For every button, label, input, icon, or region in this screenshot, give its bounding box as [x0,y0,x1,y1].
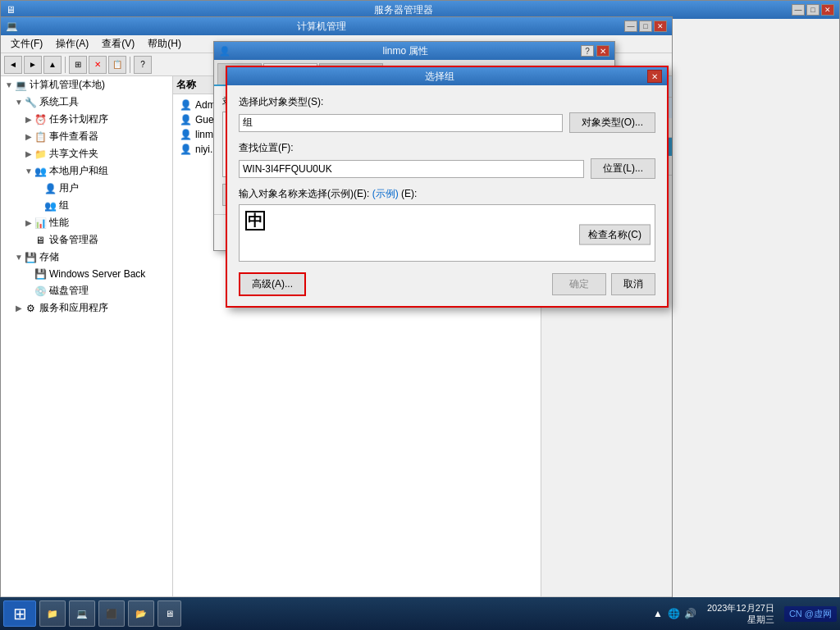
server-manager-controls: — □ ✕ [792,4,834,16]
tree-expand-shared: ▶ [24,149,34,158]
comp-mgmt-titlebar: 💻 计算机管理 — □ ✕ [1,17,672,35]
tree-users[interactable]: 👤 用户 [1,180,172,197]
cn-watermark: CN @虚网 [784,606,837,622]
tree-local-users[interactable]: ▼ 👥 本地用户和组 [1,162,172,180]
close-button[interactable]: ✕ [821,4,834,16]
comp-mgmt-close[interactable]: ✕ [654,21,667,32]
tree-task-label: 任务计划程序 [49,112,108,126]
taskbar-app-5[interactable]: 🖥 [158,600,181,627]
tree-task-scheduler[interactable]: ▶ ⏰ 任务计划程序 [1,111,172,128]
linmo-dialog-title: linmo 属性 [231,44,581,58]
toolbar-back[interactable]: ◄ [4,56,22,74]
taskbar-app-3[interactable]: ⬛ [98,600,125,627]
toolbar-action1[interactable]: ⊞ [69,56,87,74]
linmo-close-button[interactable]: ✕ [596,45,609,57]
toolbar-separator-2 [130,57,130,73]
menu-view[interactable]: 查看(V) [95,35,141,52]
type-label: 选择此对象类型(S): [239,95,655,109]
tree-device-mgr[interactable]: 🖥 设备管理器 [1,231,172,249]
select-group-footer: 高级(A)... 确定 取消 [239,272,655,296]
tree-expand-storage: ▼ [14,253,24,262]
menu-help[interactable]: 帮助(H) [141,35,188,52]
select-group-titlebar: 选择组 ✕ [227,67,667,85]
sg-ok-button[interactable]: 确定 [552,273,606,295]
type-input[interactable] [239,114,563,132]
start-button[interactable]: ⊞ [3,600,36,627]
toolbar-properties[interactable]: 📋 [108,56,126,74]
tree-disk-mgmt[interactable]: 💿 磁盘管理 [1,282,172,299]
taskbar-clock[interactable]: 2023年12月27日 星期三 [707,602,774,626]
tree-storage[interactable]: ▼ 💾 存储 [1,249,172,266]
tree-shared-folders[interactable]: ▶ 📁 共享文件夹 [1,145,172,162]
tree-shared-label: 共享文件夹 [49,147,98,161]
sg-cancel-button[interactable]: 取消 [611,273,655,295]
comp-mgmt-icon: 💻 [6,21,18,32]
tree-groups-label: 组 [59,199,69,212]
menu-action[interactable]: 操作(A) [49,35,95,52]
taskbar-app-icon-1: 📁 [47,609,58,619]
tray-volume[interactable]: 🔊 [684,607,697,620]
taskbar-app-icon-2: 💻 [76,609,88,619]
advanced-button[interactable]: 高级(A)... [239,272,306,296]
linmo-dialog-titlebar: 👤 linmo 属性 ? ✕ [214,42,614,60]
taskbar: ⊞ 📁 💻 ⬛ 📂 🖥 ▲ 🌐 🔊 2023年12月27日 星期三 CN @虚网 [0,597,840,630]
comp-mgmt-title: 计算机管理 [18,20,624,34]
menu-file[interactable]: 文件(F) [4,35,49,52]
taskbar-app-4[interactable]: 📂 [128,600,154,627]
server-manager-title: 服务器管理器 [16,3,792,17]
tree-expand-task: ▶ [24,115,34,124]
comp-mgmt-minimize[interactable]: — [624,21,637,32]
clock-date: 2023年12月27日 [707,602,774,614]
name-input-label: 输入对象名称来选择(示例)(E): (示例) (E): [239,187,655,201]
textarea-wrapper: 中 检查名称(C) [239,204,655,264]
toolbar-delete[interactable]: ✕ [89,56,107,74]
linmo-dialog-icon: 👤 [219,46,231,57]
tree-system-tools[interactable]: ▼ 🔧 系统工具 [1,94,172,111]
type-row: 对象类型(O)... [239,112,655,133]
disk-icon: 💿 [34,285,47,298]
check-names-button[interactable]: 检查名称(C) [579,224,651,244]
linmo-dialog-controls: ? ✕ [581,45,609,57]
tree-groups[interactable]: 👥 组 [1,197,172,214]
taskbar-right: ▲ 🌐 🔊 2023年12月27日 星期三 CN @虚网 [651,602,837,626]
taskbar-tray: ▲ 🌐 🔊 [651,607,697,620]
tree-services[interactable]: ▶ ⚙ 服务和应用程序 [1,299,172,317]
tree-wsb-label: Windows Server Back [49,268,145,280]
tree-root-label: 计算机管理(本地) [30,78,105,92]
tree-expand-event: ▶ [24,132,34,141]
location-button[interactable]: 位置(L)... [591,158,655,179]
maximize-button[interactable]: □ [806,4,819,16]
tray-arrow[interactable]: ▲ [651,607,664,620]
toolbar-forward[interactable]: ► [24,56,42,74]
example-link[interactable]: (示例) [372,188,399,199]
tree-event-viewer[interactable]: ▶ 📋 事件查看器 [1,128,172,145]
device-icon: 🖥 [34,234,47,247]
taskbar-app-icon-3: ⬛ [106,609,117,619]
wsb-icon: 💾 [34,267,47,281]
minimize-button[interactable]: — [792,4,805,16]
tray-network[interactable]: 🌐 [668,607,681,620]
object-type-button[interactable]: 对象类型(O)... [569,112,655,133]
server-manager-icon: 🖥 [6,4,16,16]
tree-winserver-back[interactable]: 💾 Windows Server Back [1,266,172,282]
tree-performance[interactable]: ▶ 📊 性能 [1,214,172,231]
tree-localusers-label: 本地用户和组 [49,164,108,178]
comp-mgmt-maximize[interactable]: □ [639,21,652,32]
shared-icon: 📁 [34,148,47,161]
tree-root[interactable]: ▼ 💻 计算机管理(本地) [1,76,172,94]
location-input[interactable] [239,160,584,178]
taskbar-app-2[interactable]: 💻 [69,600,95,627]
tree-perf-label: 性能 [49,216,69,230]
taskbar-app-1[interactable]: 📁 [39,600,66,627]
tree-event-label: 事件查看器 [49,130,98,144]
tree-expand-localusers: ▼ [24,167,34,176]
select-group-close[interactable]: ✕ [647,70,662,83]
toolbar-up[interactable]: ▲ [43,56,62,74]
select-group-body: 选择此对象类型(S): 对象类型(O)... 查找位置(F): 位置(L)...… [227,85,667,306]
storage-icon: 💾 [24,251,37,264]
select-group-title: 选择组 [232,70,647,84]
toolbar-help[interactable]: ? [134,56,152,74]
linmo-help-button[interactable]: ? [581,45,594,57]
groups-icon: 👥 [43,199,57,212]
item-icon-gue: 👤 [180,114,192,126]
